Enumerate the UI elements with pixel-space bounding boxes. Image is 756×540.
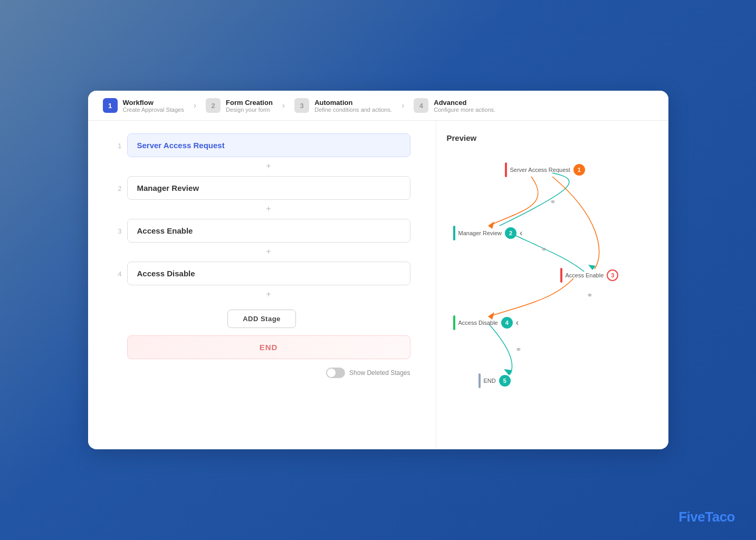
body: 1 Server Access Request + 2 Manager Revi… — [88, 121, 668, 448]
step-2[interactable]: 2 Form Creation Design your form — [206, 98, 273, 113]
link-icon-1: ⚭ — [550, 198, 556, 206]
stage-num-3: 3 — [113, 227, 122, 235]
left-panel: 1 Server Access Request + 2 Manager Revi… — [88, 121, 436, 448]
node-bar-3 — [560, 268, 562, 283]
end-row: END — [113, 335, 410, 359]
node-circle-1: 1 — [573, 164, 585, 176]
stage-box-1[interactable]: Server Access Request — [127, 133, 410, 157]
node-circle-3: 3 — [607, 269, 618, 281]
end-box-wrapper: END — [127, 335, 410, 359]
arrow-back-4: ‹ — [516, 318, 519, 327]
node-circle-4: 4 — [501, 317, 513, 329]
header: 1 Workflow Create Approval Stages › 2 Fo… — [88, 91, 668, 121]
node-circle-5: 5 — [499, 375, 511, 387]
stage-box-3[interactable]: Access Enable — [127, 219, 410, 243]
node-access-disable: Access Disable 4 ‹ — [453, 315, 519, 330]
sep-1: › — [194, 101, 196, 110]
stage-box-wrapper-3: Access Enable + — [127, 219, 410, 257]
stage-box-wrapper-1: Server Access Request + — [127, 133, 410, 172]
step-4[interactable]: 4 Advanced Configure more actions. — [414, 98, 495, 113]
stage-box-wrapper-4: Access Disable + — [127, 262, 410, 300]
step-2-sub: Design your form — [226, 107, 273, 113]
preview-svg: ⚭ ⚭ ⚭ ⚭ — [447, 148, 647, 422]
node-circle-2: 2 — [505, 227, 516, 239]
preview-title: Preview — [447, 133, 658, 142]
main-card: 1 Workflow Create Approval Stages › 2 Fo… — [88, 91, 668, 449]
sep-3: › — [401, 101, 404, 110]
add-action-3[interactable]: + — [262, 246, 275, 257]
step-3-num: 3 — [294, 98, 309, 113]
link-icon-4: ⚭ — [515, 345, 522, 354]
step-1-title: Workflow — [123, 99, 184, 107]
node-label-5: END — [484, 378, 496, 384]
stage-num-2: 2 — [113, 185, 122, 192]
stage-row-1: 1 Server Access Request + — [113, 133, 410, 172]
stage-box-2[interactable]: Manager Review — [127, 176, 410, 200]
add-action-4[interactable]: + — [262, 288, 275, 300]
stage-num-1: 1 — [113, 142, 122, 150]
node-bar-5 — [479, 373, 481, 388]
stage-num-4: 4 — [113, 270, 122, 278]
node-label-3: Access Enable — [566, 272, 604, 278]
show-deleted-toggle[interactable] — [326, 368, 345, 378]
brand-text: FiveTaco — [678, 509, 735, 525]
link-icon-2: ⚭ — [541, 245, 547, 254]
stage-row-2: 2 Manager Review + — [113, 176, 410, 215]
add-stage-button[interactable]: ADD Stage — [227, 310, 296, 328]
step-4-num: 4 — [414, 98, 428, 113]
step-1[interactable]: 1 Workflow Create Approval Stages — [103, 98, 184, 113]
step-1-num: 1 — [103, 98, 118, 113]
node-bar-1 — [505, 162, 507, 177]
link-icon-3: ⚭ — [587, 291, 593, 300]
node-bar-2 — [453, 226, 455, 240]
node-manager-review: Manager Review 2 ‹ — [453, 226, 523, 240]
node-label-1: Server Access Request — [510, 167, 570, 173]
node-label-4: Access Disable — [458, 320, 498, 326]
stage-row-3: 3 Access Enable + — [113, 219, 410, 257]
step-2-title: Form Creation — [226, 99, 273, 107]
node-server-access: Server Access Request 1 — [505, 162, 585, 177]
step-4-title: Advanced — [434, 99, 495, 107]
step-3-title: Automation — [314, 99, 392, 107]
stage-row-4: 4 Access Disable + — [113, 262, 410, 300]
add-action-1[interactable]: + — [262, 160, 275, 172]
arrow-back-2: ‹ — [520, 228, 522, 238]
preview-canvas: ⚭ ⚭ ⚭ ⚭ Server Access Request 1 Manager … — [447, 148, 658, 427]
toggle-label: Show Deleted Stages — [349, 369, 410, 377]
branding: FiveTaco — [678, 509, 735, 525]
toggle-knob — [327, 369, 336, 377]
stage-box-wrapper-2: Manager Review + — [127, 176, 410, 215]
sep-2: › — [282, 101, 285, 110]
step-2-num: 2 — [206, 98, 221, 113]
node-label-2: Manager Review — [458, 230, 502, 236]
stage-box-4[interactable]: Access Disable — [127, 262, 410, 285]
step-1-sub: Create Approval Stages — [123, 107, 184, 113]
node-bar-4 — [453, 315, 455, 330]
toggle-row: Show Deleted Stages — [113, 363, 410, 379]
step-3-sub: Define conditions and actions. — [314, 107, 392, 113]
add-action-2[interactable]: + — [262, 203, 275, 215]
step-3[interactable]: 3 Automation Define conditions and actio… — [294, 98, 392, 113]
end-box: END — [127, 335, 410, 359]
step-4-sub: Configure more actions. — [434, 107, 495, 113]
node-end: END 5 — [479, 373, 511, 388]
node-access-enable: Access Enable 3 — [560, 268, 619, 283]
right-panel: Preview — [436, 121, 668, 448]
